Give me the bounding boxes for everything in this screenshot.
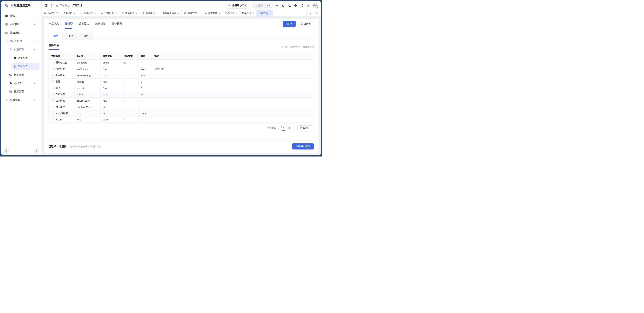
tab-list-dropdown-button[interactable] bbox=[306, 10, 314, 17]
subtab[interactable]: 事件 bbox=[64, 33, 78, 40]
row-checkbox[interactable] bbox=[51, 99, 54, 102]
close-tab-icon[interactable]: × bbox=[269, 12, 271, 15]
sidebar-item[interactable]: 概览 bbox=[3, 13, 40, 20]
tabbar-tab[interactable]: 设备详情× bbox=[240, 10, 256, 17]
row-checkbox[interactable] bbox=[51, 74, 54, 77]
detail-tab-item[interactable]: 产品信息 bbox=[48, 19, 59, 29]
bell-icon[interactable] bbox=[306, 4, 310, 7]
sidebar-item[interactable]: 小程序 bbox=[7, 80, 40, 87]
row-checkbox[interactable] bbox=[51, 68, 54, 70]
tab-label: 装修模版编辑 bbox=[163, 12, 176, 15]
sidebar-item[interactable]: 系统管理 bbox=[3, 21, 40, 28]
row-checkbox[interactable] bbox=[51, 106, 54, 108]
translate-icon[interactable] bbox=[288, 4, 291, 7]
tabbar-tab[interactable]: 产品详情× bbox=[256, 10, 273, 17]
desc-cell bbox=[152, 117, 314, 123]
sidebar-item[interactable]: 产品列表 bbox=[12, 63, 40, 70]
page-number[interactable]: 1 bbox=[281, 126, 286, 131]
tabbar-tab[interactable]: 产品详情× bbox=[223, 10, 240, 17]
close-tab-icon[interactable]: × bbox=[115, 12, 116, 15]
workspace-switcher[interactable]: 奈科斯小工坊 bbox=[226, 3, 250, 9]
table-row: 购电次数purchaseTimesintr- bbox=[49, 104, 314, 110]
close-tab-icon[interactable]: × bbox=[198, 12, 200, 15]
close-tab-icon[interactable]: × bbox=[74, 12, 75, 15]
sidebar-item[interactable]: 配置管理 bbox=[7, 88, 40, 95]
avatar[interactable]: 应用 bbox=[312, 3, 318, 9]
sidebar-item[interactable]: 基础设施 bbox=[3, 29, 40, 36]
detail-tab-item[interactable]: 操作记录 bbox=[112, 19, 122, 29]
tabbar-tab[interactable]: 装修模版× bbox=[140, 10, 160, 17]
rw-cell: r bbox=[121, 110, 138, 117]
unit-cell: - bbox=[138, 117, 152, 123]
row-checkbox[interactable] bbox=[51, 118, 54, 121]
tabbar-tab[interactable]: 设备详情× bbox=[61, 10, 78, 17]
attribute-table: 功能名称标识符数据类型读写类型单位描述 通断电状态openStateenumrw… bbox=[48, 53, 314, 123]
tabbar-tab[interactable]: 装修页面× bbox=[182, 10, 202, 17]
sidebar-item[interactable]: 产品分类 bbox=[12, 55, 40, 62]
app-logo[interactable]: 奈科斯应用工坊 bbox=[1, 1, 42, 11]
close-tab-icon[interactable]: × bbox=[252, 12, 254, 15]
tabbar-tab[interactable]: 分析页 bbox=[42, 10, 61, 17]
tabbar-tab[interactable]: 产品分类× bbox=[78, 10, 98, 17]
save-button[interactable]: 保 存 bbox=[283, 21, 296, 27]
close-tab-icon[interactable]: × bbox=[219, 12, 220, 15]
row-checkbox[interactable] bbox=[51, 61, 54, 64]
column-header: 功能名称 bbox=[49, 53, 74, 60]
close-tab-icon[interactable]: × bbox=[236, 12, 237, 15]
unit-cell: A bbox=[138, 85, 152, 91]
pin-icon[interactable] bbox=[56, 12, 58, 15]
rw-cell: r bbox=[121, 117, 138, 123]
close-tab-icon[interactable]: × bbox=[178, 12, 179, 15]
close-tab-icon[interactable]: × bbox=[136, 12, 137, 15]
prev-page-button[interactable]: ‹ bbox=[278, 127, 279, 130]
mini-program-tip: 勾选的属性将在小程序端展示 bbox=[281, 46, 314, 50]
detail-tab-active[interactable]: 物模型 bbox=[65, 19, 73, 29]
chart-icon bbox=[44, 12, 46, 15]
desc-cell bbox=[152, 85, 314, 91]
back-to-list-button[interactable]: 返回列表 bbox=[298, 21, 314, 27]
tabbar-tab[interactable]: 配置管理× bbox=[202, 10, 223, 17]
fullscreen-icon[interactable] bbox=[300, 4, 303, 7]
data-type-cell: float bbox=[101, 66, 121, 72]
desc-cell bbox=[152, 91, 314, 98]
attribute-name: 购电次数 bbox=[56, 106, 65, 109]
tabbar-tab[interactable]: 装修模版编辑× bbox=[160, 10, 182, 17]
next-page-button[interactable]: › bbox=[294, 127, 295, 130]
page-number[interactable]: 2 bbox=[287, 126, 292, 131]
sidebar-item-label: 产品管理 bbox=[14, 48, 24, 51]
search-input[interactable]: 搜索 ⌘ K bbox=[252, 3, 273, 9]
sidebar-item[interactable]: 产品管理 bbox=[7, 46, 40, 53]
row-checkbox[interactable] bbox=[51, 93, 54, 96]
menu-fold-icon[interactable] bbox=[44, 4, 48, 7]
tabbar-actions bbox=[306, 10, 321, 17]
chevron-down-icon bbox=[33, 32, 36, 34]
pin-sidebar-button[interactable] bbox=[34, 148, 39, 153]
identifier-cell: openState bbox=[74, 60, 101, 66]
detail-tab-item[interactable]: 装修模版 bbox=[95, 19, 106, 29]
settings-gear-icon[interactable] bbox=[275, 4, 278, 7]
close-tab-icon[interactable]: × bbox=[94, 12, 96, 15]
breadcrumb-section[interactable]: 产品中心 bbox=[60, 4, 69, 7]
globe-clock-icon[interactable] bbox=[294, 4, 297, 7]
attribute-name: 剩余电量 bbox=[56, 74, 65, 77]
maximize-content-button[interactable] bbox=[314, 10, 321, 17]
subtab[interactable]: 属性 bbox=[48, 33, 62, 40]
row-checkbox[interactable] bbox=[51, 80, 54, 83]
sidebar-item[interactable]: 设备管理 bbox=[7, 71, 40, 78]
row-checkbox[interactable] bbox=[51, 112, 54, 115]
sidebar-item[interactable]: AIAI 大模型 bbox=[3, 97, 40, 104]
collapse-sidebar-button[interactable]: « bbox=[4, 148, 9, 153]
tabbar-tab[interactable]: 设备列表× bbox=[119, 10, 140, 17]
row-checkbox[interactable] bbox=[51, 87, 54, 89]
dark-mode-moon-icon[interactable] bbox=[282, 4, 285, 7]
page-size-select[interactable]: 10 条/页 bbox=[298, 125, 314, 131]
refresh-icon[interactable] bbox=[50, 4, 53, 7]
detail-tab-item[interactable]: 设备添加 bbox=[79, 19, 89, 29]
subtab[interactable]: 服务 bbox=[79, 33, 93, 40]
section-title: 属性列表 bbox=[48, 44, 59, 50]
tabbar-tab[interactable]: 产品列表× bbox=[98, 10, 119, 17]
sidebar-item-label: 基础设施 bbox=[10, 31, 20, 34]
close-tab-icon[interactable]: × bbox=[156, 12, 158, 15]
save-display-config-button[interactable]: 保存展示配置 bbox=[292, 143, 314, 149]
sidebar-item[interactable]: 奈科斯应用 bbox=[3, 38, 40, 45]
